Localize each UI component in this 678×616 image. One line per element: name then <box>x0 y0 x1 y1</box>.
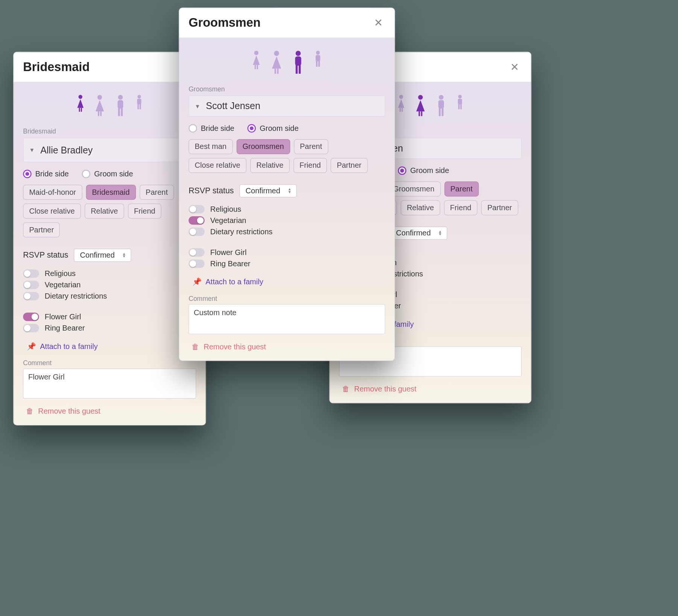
gender-girl-icon[interactable] <box>76 94 85 117</box>
gender-woman-icon[interactable] <box>414 94 427 117</box>
remove-guest-link[interactable]: 🗑Remove this guest <box>339 385 417 394</box>
svg-rect-30 <box>257 65 258 69</box>
toggle-ring-bearer: Ring Bearer <box>189 259 385 268</box>
svg-point-0 <box>79 95 82 99</box>
svg-point-20 <box>439 95 444 100</box>
svg-rect-1 <box>79 108 80 112</box>
svg-rect-23 <box>442 108 444 116</box>
remove-guest-link[interactable]: 🗑Remove this guest <box>189 343 266 351</box>
caret-down-icon: ▼ <box>29 147 35 153</box>
gender-girl-icon[interactable] <box>251 50 262 75</box>
attach-family-link[interactable]: 📌Attach to a family <box>27 342 97 351</box>
chip-best-man[interactable]: Best man <box>189 139 233 154</box>
svg-point-17 <box>418 95 423 100</box>
chip-friend[interactable]: Friend <box>128 203 161 218</box>
close-button[interactable]: ✕ <box>371 17 385 29</box>
toggle-switch[interactable] <box>189 248 205 257</box>
remove-guest-link[interactable]: 🗑Remove this guest <box>23 407 100 416</box>
gender-boy-icon[interactable] <box>135 94 144 117</box>
svg-rect-15 <box>400 108 401 112</box>
gender-girl-icon[interactable] <box>397 94 406 117</box>
gender-man-icon[interactable] <box>114 94 127 117</box>
svg-point-6 <box>118 95 123 100</box>
name-select[interactable]: ▼ Scott Jensen <box>189 96 385 117</box>
chip-bridesmaid[interactable]: Bridesmaid <box>86 185 136 200</box>
chip-relative[interactable]: Relative <box>250 158 290 173</box>
svg-point-14 <box>399 95 403 99</box>
name-select[interactable]: ▼ Allie Bradley <box>23 138 196 162</box>
card-body: Groomsmen ▼ Scott Jensen Bride side Groo… <box>179 38 395 361</box>
toggle-switch[interactable] <box>189 259 205 268</box>
close-button[interactable]: ✕ <box>508 61 522 73</box>
chip-partner[interactable]: Partner <box>331 158 368 173</box>
svg-point-3 <box>97 95 102 100</box>
toggle-switch[interactable] <box>189 205 205 214</box>
attach-family-link[interactable]: 📌Attach to a family <box>192 278 263 287</box>
gender-woman-icon[interactable] <box>94 94 106 117</box>
toggle-label: Vegetarian <box>210 216 246 225</box>
gender-woman-icon[interactable] <box>270 50 283 75</box>
gender-boy-icon[interactable] <box>456 94 464 117</box>
radio-label: Bride side <box>201 124 234 133</box>
svg-rect-12 <box>137 104 139 109</box>
attach-label: Attach to a family <box>205 278 263 286</box>
toggle-label: Dietary restrictions <box>45 292 107 300</box>
gender-boy-icon[interactable] <box>313 50 323 75</box>
gender-man-icon[interactable] <box>435 94 447 117</box>
radio-bride-side[interactable]: Bride side <box>23 170 68 178</box>
chip-partner[interactable]: Partner <box>23 222 60 237</box>
rsvp-select[interactable]: Confirmed▲▼ <box>239 184 296 197</box>
chip-friend[interactable]: Friend <box>293 158 327 173</box>
toggle-dietary: Dietary restrictions <box>189 228 385 236</box>
chip-parent[interactable]: Parent <box>140 185 174 200</box>
toggle-switch[interactable] <box>23 313 39 321</box>
radio-bride-side[interactable]: Bride side <box>189 124 234 133</box>
rsvp-select[interactable]: Confirmed▲▼ <box>74 249 131 262</box>
gender-man-icon[interactable] <box>292 50 305 75</box>
chip-maid-of-honor[interactable]: Maid-of-honor <box>23 185 82 200</box>
svg-point-38 <box>316 51 320 55</box>
svg-point-34 <box>296 51 301 56</box>
gender-row <box>189 46 385 82</box>
toggle-switch[interactable] <box>23 292 39 300</box>
comment-input[interactable]: Flower Girl <box>23 369 196 399</box>
chip-parent[interactable]: Parent <box>444 182 479 197</box>
pin-icon: 📌 <box>27 342 36 351</box>
radio-icon <box>189 124 197 133</box>
chip-groomsmen[interactable]: Groomsmen <box>236 139 290 154</box>
toggle-switch[interactable] <box>189 228 205 236</box>
chip-friend[interactable]: Friend <box>444 200 477 215</box>
radio-groom-side[interactable]: Groom side <box>248 124 299 133</box>
remove-label: Remove this guest <box>204 343 266 351</box>
svg-rect-22 <box>439 108 441 116</box>
trash-icon: 🗑 <box>342 385 350 394</box>
radio-label: Groom side <box>410 167 449 175</box>
svg-rect-18 <box>419 111 420 116</box>
svg-rect-11 <box>137 99 141 105</box>
rsvp-select[interactable]: Confirmed▲▼ <box>390 227 447 240</box>
comment-input[interactable]: Custom note <box>189 304 385 334</box>
chip-partner[interactable]: Partner <box>481 200 518 215</box>
svg-rect-19 <box>421 111 423 116</box>
role-chips: Best man Groomsmen Parent Close relative… <box>189 139 385 173</box>
radio-groom-side[interactable]: Groom side <box>82 170 133 178</box>
toggle-switch[interactable] <box>23 281 39 289</box>
rsvp-row: RSVP status Confirmed▲▼ <box>189 184 385 197</box>
toggle-switch[interactable] <box>23 269 39 278</box>
svg-point-31 <box>274 51 279 56</box>
radio-groom-side[interactable]: Groom side <box>398 167 449 175</box>
chip-parent[interactable]: Parent <box>294 139 328 154</box>
chip-close-relative[interactable]: Close relative <box>189 158 246 173</box>
toggle-switch[interactable] <box>23 324 39 332</box>
role-subhead: Groomsmen <box>189 85 385 93</box>
role-subhead: Bridesmaid <box>23 127 196 135</box>
radio-icon <box>248 124 256 133</box>
toggle-label: Dietary restrictions <box>210 228 273 236</box>
toggle-label: Flower Girl <box>210 248 247 257</box>
trash-icon: 🗑 <box>192 343 199 351</box>
toggle-switch[interactable] <box>189 216 205 225</box>
svg-rect-2 <box>81 108 82 112</box>
chip-relative[interactable]: Relative <box>85 203 124 218</box>
chip-close-relative[interactable]: Close relative <box>23 203 81 218</box>
chip-relative[interactable]: Relative <box>401 200 440 215</box>
